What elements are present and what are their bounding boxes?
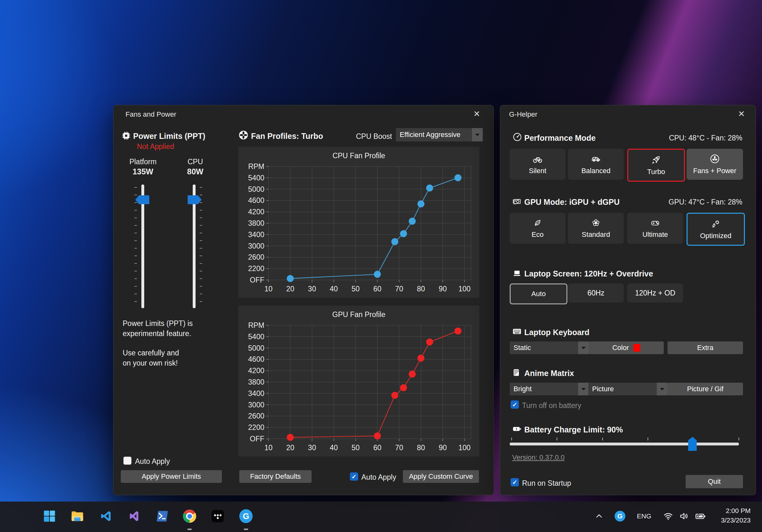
speaker-icon bbox=[679, 511, 689, 521]
g-helper-icon: G bbox=[239, 509, 253, 523]
gpu-fan-chart[interactable]: GPU Fan Profile102030405060708090100RPM5… bbox=[238, 306, 479, 457]
anime-content-select[interactable]: Picture bbox=[588, 383, 667, 395]
anime-brightness-select[interactable]: Bright bbox=[510, 383, 589, 395]
performance-heading: Performance Mode bbox=[524, 133, 596, 143]
visual-studio-button[interactable] bbox=[124, 506, 144, 526]
auto-apply-curve-checkbox[interactable]: ✓ bbox=[350, 472, 358, 481]
g-helper-window: G-Helper ✕ Performance Mode CPU: 48°C - … bbox=[500, 105, 756, 495]
gpu-button-ultimate[interactable]: Ultimate bbox=[627, 213, 683, 244]
quit-button[interactable]: Quit bbox=[686, 475, 743, 488]
svg-text:4200: 4200 bbox=[248, 208, 265, 216]
svg-text:40: 40 bbox=[330, 443, 338, 452]
svg-text:3400: 3400 bbox=[248, 389, 265, 398]
wifi-button[interactable] bbox=[660, 506, 676, 526]
battery-button[interactable] bbox=[692, 506, 709, 526]
svg-text:CPU Fan Profile: CPU Fan Profile bbox=[333, 152, 385, 160]
chevron-down-icon[interactable] bbox=[472, 128, 483, 141]
svg-text:3400: 3400 bbox=[248, 231, 265, 239]
auto-apply-curve-label: Auto Apply bbox=[361, 473, 396, 482]
version-link[interactable]: Version: 0.37.0.0 bbox=[512, 453, 565, 462]
cpu-fan-chart[interactable]: CPU Fan Profile102030405060708090100RPM5… bbox=[238, 147, 479, 298]
terminal-button[interactable] bbox=[152, 506, 173, 526]
svg-text:10: 10 bbox=[265, 285, 272, 293]
tray-g-helper-button[interactable]: G bbox=[611, 506, 629, 526]
performance-gauge-icon bbox=[513, 132, 522, 141]
close-icon[interactable]: ✕ bbox=[473, 110, 480, 118]
chrome-icon bbox=[183, 509, 196, 523]
rocket-icon bbox=[651, 155, 661, 165]
volume-button[interactable] bbox=[676, 506, 692, 526]
chevron-down-icon[interactable] bbox=[578, 383, 589, 395]
keyboard-mode-value: Static bbox=[513, 344, 531, 352]
svg-text:20: 20 bbox=[286, 443, 294, 452]
mode-button-silent[interactable]: Silent bbox=[510, 149, 566, 180]
window-titlebar[interactable]: Fans and Power ✕ bbox=[114, 105, 494, 123]
svg-text:2200: 2200 bbox=[248, 423, 265, 431]
battery-limit-heading: Battery Charge Limit: 90% bbox=[524, 425, 623, 434]
file-explorer-button[interactable] bbox=[67, 506, 88, 526]
keyboard-mode-select[interactable]: Static bbox=[510, 342, 589, 354]
screen-button-auto[interactable]: Auto bbox=[510, 283, 568, 304]
keyboard-color-button[interactable]: Color bbox=[589, 342, 664, 354]
gpu-button-eco[interactable]: Eco bbox=[510, 213, 566, 244]
bicycle-icon bbox=[533, 154, 543, 164]
svg-text:4200: 4200 bbox=[248, 366, 265, 375]
screen-button-120hz-od[interactable]: 120Hz + OD bbox=[627, 283, 683, 302]
picture-gif-button[interactable]: Picture / Gif bbox=[667, 383, 743, 395]
gpu-button-optimized[interactable]: Optimized bbox=[687, 213, 745, 246]
svg-text:90: 90 bbox=[439, 285, 447, 293]
svg-text:5400: 5400 bbox=[248, 333, 265, 341]
mode-button-label: Eco bbox=[532, 231, 544, 239]
vscode-button[interactable] bbox=[96, 506, 116, 526]
screen-button-60hz[interactable]: 60Hz bbox=[568, 283, 624, 302]
cpu-label: CPU bbox=[173, 158, 217, 166]
svg-text:30: 30 bbox=[308, 443, 316, 452]
svg-text:5000: 5000 bbox=[248, 344, 265, 352]
platform-slider-ticks bbox=[134, 187, 137, 308]
battery-slider-track[interactable] bbox=[510, 443, 739, 445]
battery-charge-icon bbox=[512, 425, 522, 433]
auto-apply-power-checkbox[interactable] bbox=[123, 457, 131, 465]
g-helper-button[interactable]: G bbox=[236, 506, 256, 526]
mode-button-turbo[interactable]: Turbo bbox=[627, 149, 685, 182]
svg-text:10: 10 bbox=[265, 443, 272, 452]
mode-button-balanced[interactable]: Balanced bbox=[568, 149, 624, 180]
platform-slider-thumb[interactable] bbox=[135, 195, 149, 204]
close-icon[interactable]: ✕ bbox=[738, 110, 745, 118]
mode-button-label: Fans + Power bbox=[693, 167, 736, 175]
svg-text:RPM: RPM bbox=[248, 162, 265, 171]
apply-custom-curve-button[interactable]: Apply Custom Curve bbox=[403, 470, 479, 483]
svg-text:50: 50 bbox=[351, 285, 360, 293]
battery-charging-icon bbox=[695, 511, 706, 521]
color-button-label: Color bbox=[612, 344, 629, 352]
platform-label: Platform bbox=[121, 158, 165, 166]
tidal-button[interactable] bbox=[208, 506, 228, 526]
g-helper-tray-icon: G bbox=[615, 511, 625, 521]
keyboard-extra-button[interactable]: Extra bbox=[667, 342, 743, 354]
chevron-down-icon[interactable] bbox=[578, 342, 589, 354]
gpu-button-standard[interactable]: Standard bbox=[568, 213, 624, 244]
factory-defaults-button[interactable]: Factory Defaults bbox=[239, 470, 312, 483]
svg-text:60: 60 bbox=[373, 443, 382, 452]
language-label: ENG bbox=[637, 512, 651, 520]
svg-text:100: 100 bbox=[458, 285, 470, 293]
power-limits-note-1: Power Limits (PPT) is experimental featu… bbox=[123, 318, 193, 339]
fans-and-power-window: Fans and Power ✕ Power Limits (PPT) Not … bbox=[113, 105, 494, 495]
start-button[interactable] bbox=[39, 506, 60, 526]
run-on-startup-checkbox[interactable]: ✓ bbox=[511, 478, 519, 486]
mode-button-fans-power[interactable]: Fans + Power bbox=[687, 149, 743, 180]
window-titlebar[interactable]: G-Helper ✕ bbox=[500, 105, 756, 123]
turn-off-on-battery-label: Turn off on battery bbox=[522, 401, 581, 410]
svg-text:3800: 3800 bbox=[248, 219, 265, 227]
language-indicator[interactable]: ENG bbox=[633, 506, 655, 526]
clock[interactable]: 2:00 PM 3/23/2023 bbox=[721, 506, 751, 525]
tray-overflow-button[interactable] bbox=[590, 506, 608, 526]
turn-off-on-battery-checkbox[interactable]: ✓ bbox=[511, 401, 519, 409]
svg-text:3000: 3000 bbox=[248, 242, 265, 250]
cpu-boost-select[interactable]: Efficient Aggressive bbox=[396, 128, 483, 141]
g-helper-running-indicator bbox=[244, 528, 248, 530]
chevron-down-icon[interactable] bbox=[657, 383, 667, 395]
chrome-button[interactable] bbox=[180, 506, 200, 526]
apply-power-limits-button[interactable]: Apply Power Limits bbox=[121, 470, 222, 483]
mode-button-label: Optimized bbox=[700, 232, 731, 240]
